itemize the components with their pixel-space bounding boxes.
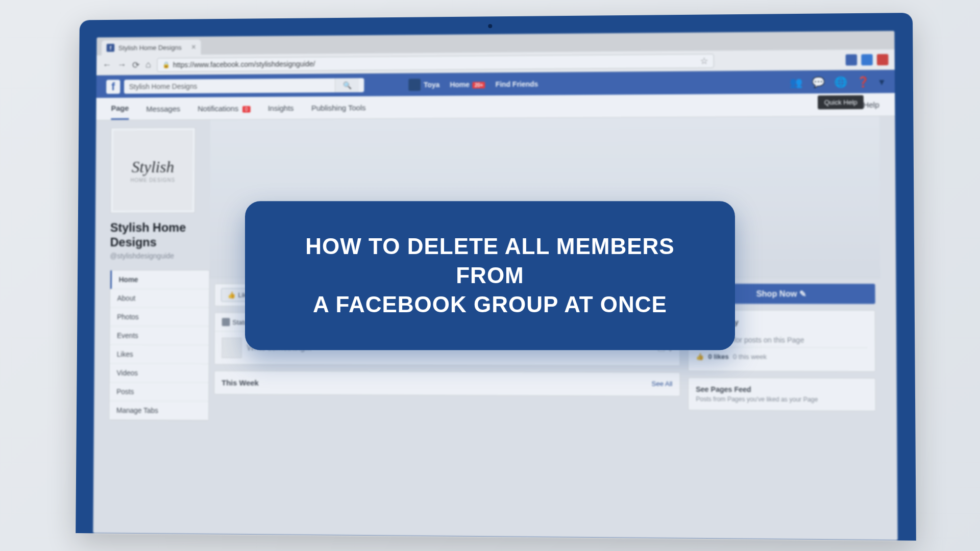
title-overlay: HOW TO DELETE ALL MEMBERS FROM A FACEBOO… [245,201,735,350]
pencil-icon [222,318,230,326]
avatar [408,79,421,91]
side-home[interactable]: Home [110,270,209,289]
side-posts[interactable]: Posts [110,382,209,402]
close-tab-icon[interactable]: × [191,43,196,52]
facebook-nav: Toya Home 20+ Find Friends [408,78,538,90]
help-icon[interactable]: ❓ [856,76,870,88]
subnav-insights[interactable]: Insights [268,97,294,118]
overlay-line2: A FACEBOOK GROUP AT ONCE [281,290,699,319]
camera-dot [488,24,492,28]
overlay-line1: HOW TO DELETE ALL MEMBERS FROM [281,232,699,290]
search-icon[interactable]: 🔍 [335,78,359,92]
reload-icon[interactable]: ⟳ [132,59,140,70]
feed-title: See Pages Feed [696,385,868,394]
user-name: Toya [424,81,439,89]
pages-feed-card[interactable]: See Pages Feed Posts from Pages you've l… [688,378,876,411]
notifications-icon[interactable]: 🌐 [834,76,847,88]
search-value: Stylish Home Designs [129,82,197,91]
nav-home[interactable]: Home 20+ [450,80,485,88]
see-all-link[interactable]: See All [651,380,672,388]
lock-icon: 🔒 [162,61,170,68]
notif-badge: 0 [242,106,250,112]
side-menu: Home About Photos Events Likes Videos Po… [109,270,209,421]
forward-icon[interactable]: → [117,60,127,70]
extension-icon[interactable] [861,54,873,65]
thumb-icon: 👍 [696,353,704,360]
header-icons: 👥 💬 🌐 ❓ ▾ [790,76,885,88]
friend-requests-icon[interactable]: 👥 [790,76,803,88]
subnav-help[interactable]: Help [863,100,879,109]
quick-help-tooltip[interactable]: Quick Help [818,95,864,110]
extension-icon[interactable] [877,54,889,65]
likes-stat: 👍 0 likes 0 this week [696,353,868,361]
tab-title: Stylish Home Designs [118,43,182,52]
side-likes[interactable]: Likes [110,345,209,364]
week-title: This Week [222,378,259,387]
logo-text: Stylish [132,158,174,177]
left-column: Stylish HOME DESIGNS Stylish Home Design… [108,120,211,534]
messages-icon[interactable]: 💬 [812,76,825,88]
home-badge: 20+ [473,82,485,88]
user-profile-link[interactable]: Toya [408,79,439,91]
side-photos[interactable]: Photos [110,308,209,327]
address-bar[interactable]: 🔒 https://www.facebook.com/stylishdesign… [157,54,714,72]
composer-avatar [222,338,242,358]
side-videos[interactable]: Videos [110,364,209,383]
this-week-card: This Week See All [214,371,680,396]
nav-find-friends[interactable]: Find Friends [496,80,538,88]
url-text: https://www.facebook.com/stylishdesigngu… [173,60,315,69]
subnav-page[interactable]: Page [111,98,129,120]
feed-subtitle: Posts from Pages you've liked as your Pa… [696,395,868,404]
home-icon[interactable]: ⌂ [145,60,151,70]
dropdown-icon[interactable]: ▾ [879,76,884,88]
profile-picture[interactable]: Stylish HOME DESIGNS [110,128,195,213]
logo-subtitle: HOME DESIGNS [131,177,176,183]
page-handle: @stylishdesignguide [110,252,209,260]
side-about[interactable]: About [110,289,209,308]
side-events[interactable]: Events [110,326,209,345]
facebook-favicon: f [107,44,115,52]
facebook-logo[interactable]: f [106,80,120,94]
extension-icon[interactable] [846,54,857,65]
subnav-publishing[interactable]: Publishing Tools [311,97,366,118]
subnav-messages[interactable]: Messages [146,98,180,119]
page-title: Stylish Home Designs [110,220,210,249]
side-manage-tabs[interactable]: Manage Tabs [109,401,208,420]
browser-tab[interactable]: f Stylish Home Designs × [102,40,201,56]
bookmark-star-icon[interactable]: ☆ [700,55,708,66]
facebook-search[interactable]: Stylish Home Designs 🔍 [124,78,364,94]
back-icon[interactable]: ← [103,60,112,70]
subnav-notifications[interactable]: Notifications 0 [198,98,250,119]
extension-icons [846,54,889,65]
